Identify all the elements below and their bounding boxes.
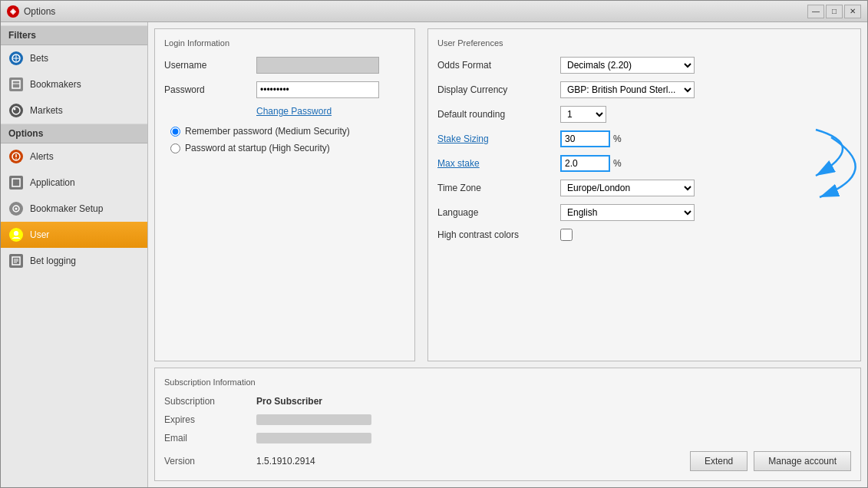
subscription-label: Subscription [164, 396, 256, 407]
password-row: Password [164, 81, 405, 98]
sidebar-item-bookmakers[interactable]: Bookmakers [1, 71, 147, 97]
sidebar: Filters Bets Bookmakers [1, 22, 148, 487]
stake-sizing-unit: % [613, 134, 622, 144]
username-label: Username [164, 60, 256, 71]
sidebar-item-alerts[interactable]: Alerts [1, 143, 147, 170]
expires-label: Expires [164, 414, 256, 425]
bookmaker-setup-icon [8, 201, 24, 216]
max-stake-unit: % [613, 158, 622, 169]
username-input[interactable] [256, 57, 379, 74]
subscription-row: Subscription Pro Subscriber [164, 396, 851, 407]
default-rounding-label: Default rounding [437, 109, 560, 120]
subscription-panel: Subscription Information Subscription Pr… [154, 368, 861, 481]
stake-sizing-row: Stake Sizing % [437, 130, 851, 147]
security-radio-group: Remember password (Medium Security) Pass… [164, 126, 405, 153]
svg-rect-10 [12, 179, 20, 186]
user-prefs-panel: User Preferences Odds Format Decimals (2… [427, 28, 861, 361]
email-label: Email [164, 433, 256, 443]
radio-remember-label: Remember password (Medium Security) [185, 126, 350, 137]
maximize-button[interactable]: □ [826, 5, 843, 18]
radio-remember-password-input[interactable] [170, 127, 180, 137]
version-value: 1.5.1910.2914 [256, 456, 315, 467]
sidebar-item-user[interactable]: User [1, 222, 147, 248]
version-row: Version 1.5.1910.2914 Extend Manage acco… [164, 451, 851, 471]
alerts-icon [8, 149, 24, 164]
language-label: Language [437, 207, 560, 218]
minimize-button[interactable]: — [807, 5, 824, 18]
language-select[interactable]: English [560, 204, 695, 221]
sidebar-label-bookmakers: Bookmakers [30, 79, 81, 90]
radio-remember-password: Remember password (Medium Security) [170, 126, 405, 137]
manage-account-button[interactable]: Manage account [754, 451, 851, 471]
display-currency-label: Display Currency [437, 84, 560, 95]
subscription-title: Subscription Information [164, 378, 851, 387]
main-window: ◈ Options — □ ✕ Filters Bets [0, 0, 868, 488]
expires-row: Expires [164, 414, 851, 425]
high-contrast-label: High contrast colors [437, 229, 560, 240]
close-button[interactable]: ✕ [844, 5, 861, 18]
svg-rect-3 [12, 81, 20, 88]
password-label: Password [164, 84, 256, 95]
radio-password-startup: Password at startup (High Security) [170, 143, 405, 153]
filters-header: Filters [1, 25, 147, 45]
bookmakers-icon [8, 77, 24, 92]
sidebar-label-bookmaker-setup: Bookmaker Setup [30, 203, 103, 214]
max-stake-input[interactable] [560, 155, 610, 172]
svg-point-12 [15, 208, 18, 210]
stake-sizing-link[interactable]: Stake Sizing [437, 134, 489, 144]
odds-format-label: Odds Format [437, 60, 560, 71]
default-rounding-select[interactable]: 1 [560, 106, 606, 123]
high-contrast-row: High contrast colors [437, 229, 851, 241]
window-title: Options [24, 6, 807, 17]
email-row: Email [164, 433, 851, 443]
svg-point-5 [12, 107, 20, 114]
application-icon [8, 175, 24, 190]
max-stake-row: Max stake % [437, 155, 851, 172]
options-header: Options [1, 124, 147, 143]
version-label: Version [164, 456, 256, 467]
odds-format-select[interactable]: Decimals (2.20) [560, 57, 695, 74]
sidebar-label-bets: Bets [30, 53, 48, 64]
window-controls: — □ ✕ [807, 5, 861, 18]
time-zone-row: Time Zone Europe/London [437, 180, 851, 196]
change-password-link[interactable]: Change Password [256, 106, 405, 117]
login-panel: Login Information Username Password Chan… [154, 28, 415, 361]
time-zone-label: Time Zone [437, 183, 560, 193]
expires-value [256, 414, 371, 425]
login-panel-title: Login Information [164, 38, 405, 48]
stake-sizing-label: Stake Sizing [437, 134, 560, 144]
default-rounding-row: Default rounding 1 [437, 106, 851, 123]
extend-button[interactable]: Extend [690, 451, 748, 471]
sidebar-item-bookmaker-setup[interactable]: Bookmaker Setup [1, 196, 147, 222]
display-currency-select[interactable]: GBP: British Pound Sterl... [560, 81, 695, 98]
app-icon: ◈ [7, 5, 19, 18]
sidebar-item-bet-logging[interactable]: Bet logging [1, 248, 147, 274]
bets-icon [8, 51, 24, 66]
sidebar-label-markets: Markets [30, 105, 63, 116]
svg-point-9 [15, 158, 17, 160]
sidebar-item-markets[interactable]: Markets [1, 97, 147, 124]
max-stake-label: Max stake [437, 158, 560, 169]
sidebar-label-bet-logging: Bet logging [30, 256, 76, 266]
high-contrast-checkbox[interactable] [560, 229, 573, 241]
user-prefs-title: User Preferences [437, 38, 851, 48]
svg-point-13 [15, 232, 18, 236]
radio-startup-input[interactable] [170, 143, 180, 153]
time-zone-select[interactable]: Europe/London [560, 180, 695, 196]
max-stake-link[interactable]: Max stake [437, 158, 480, 169]
panels-container: Login Information Username Password Chan… [148, 22, 867, 368]
sidebar-item-application[interactable]: Application [1, 170, 147, 196]
password-input[interactable] [256, 81, 379, 98]
radio-startup-label: Password at startup (High Security) [185, 143, 330, 153]
subscription-value: Pro Subscriber [256, 396, 322, 407]
stake-sizing-input[interactable] [560, 130, 610, 147]
display-currency-row: Display Currency GBP: British Pound Ster… [437, 81, 851, 98]
user-icon [8, 227, 24, 242]
email-value [256, 433, 371, 443]
language-row: Language English [437, 204, 851, 221]
bet-logging-icon [8, 253, 24, 269]
sidebar-label-user: User [30, 229, 49, 240]
title-bar: ◈ Options — □ ✕ [1, 1, 867, 22]
sidebar-item-bets[interactable]: Bets [1, 45, 147, 71]
username-row: Username [164, 57, 405, 74]
